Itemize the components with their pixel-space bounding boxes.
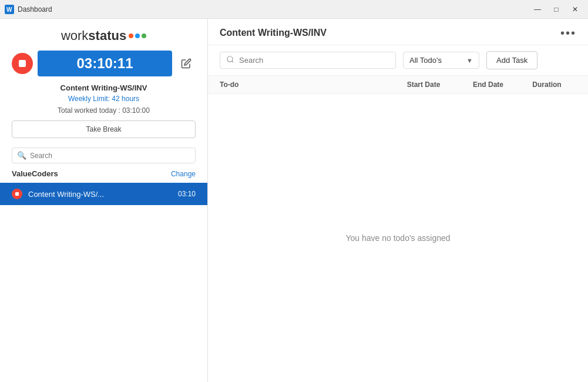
svg-text:W: W — [6, 6, 12, 13]
take-break-button[interactable]: Take Break — [12, 120, 196, 138]
close-button[interactable]: ✕ — [567, 3, 583, 16]
logo-text: workstatus — [61, 28, 126, 43]
window-title: Dashboard — [18, 5, 529, 14]
logo-dot-2 — [135, 33, 140, 38]
add-task-button[interactable]: Add Task — [486, 51, 537, 69]
minimize-button[interactable]: — — [529, 3, 546, 16]
task-running-indicator — [12, 189, 22, 199]
sidebar-search-area: 🔍 — [0, 142, 207, 169]
task-time: 03:10 — [178, 190, 196, 198]
logo-bold: status — [88, 28, 126, 43]
total-worked: Total worked today : 03:10:00 — [12, 106, 196, 115]
task-list: Content Writing-WS/... 03:10 — [0, 183, 207, 382]
column-header-start-date: Start Date — [388, 81, 459, 89]
stop-button[interactable] — [12, 53, 33, 74]
table-header: To-do Start Date End Date Duration — [208, 76, 588, 94]
toolbar: All Todo's ▼ Add Task — [208, 45, 588, 76]
task-name: Content Writing-WS/... — [28, 190, 172, 199]
filter-dropdown[interactable]: All Todo's ▼ — [403, 52, 479, 69]
svg-point-2 — [227, 56, 233, 62]
column-header-end-date: End Date — [459, 81, 518, 89]
content-title: Content Writing-WS/INV — [220, 28, 327, 38]
chevron-down-icon: ▼ — [466, 57, 473, 64]
app-container: workstatus 03:10:11 Content Wri — [0, 19, 588, 382]
main-search-icon — [226, 55, 234, 65]
empty-state: You have no todo's assigned — [208, 94, 588, 382]
main-search-input[interactable] — [239, 56, 389, 65]
logo-dots — [129, 33, 146, 38]
info-area: Content Writing-WS/INV Weekly Limit: 42 … — [0, 83, 207, 142]
org-name: ValueCoders — [12, 169, 58, 178]
logo-regular: work — [61, 28, 88, 43]
app-icon: W — [5, 5, 14, 14]
logo-dot-3 — [142, 33, 146, 38]
change-org-button[interactable]: Change — [171, 170, 196, 178]
sidebar-search-box: 🔍 — [12, 148, 196, 163]
svg-line-3 — [232, 61, 234, 63]
more-options-button[interactable]: ••• — [560, 27, 576, 39]
weekly-limit: Weekly Limit: 42 hours — [12, 95, 196, 103]
filter-selected-value: All Todo's — [409, 56, 442, 65]
task-item[interactable]: Content Writing-WS/... 03:10 — [0, 183, 207, 205]
column-header-duration: Duration — [518, 81, 576, 89]
edit-timer-button[interactable] — [177, 54, 196, 73]
logo-area: workstatus — [0, 19, 207, 51]
empty-message: You have no todo's assigned — [345, 233, 450, 243]
content-header: Content Writing-WS/INV ••• — [208, 19, 588, 45]
main-search-box — [220, 52, 396, 69]
column-header-todo: To-do — [220, 81, 388, 89]
logo-dot-1 — [129, 33, 133, 38]
sidebar-search-icon: 🔍 — [17, 151, 26, 160]
window-controls: — □ ✕ — [529, 3, 583, 16]
project-name: Content Writing-WS/INV — [12, 83, 196, 92]
stop-square-icon — [15, 192, 19, 196]
timer-display: 03:10:11 — [38, 51, 172, 76]
main-content: Content Writing-WS/INV ••• All Todo's ▼ … — [208, 19, 588, 382]
title-bar: W Dashboard — □ ✕ — [0, 0, 588, 19]
sidebar: workstatus 03:10:11 Content Wri — [0, 19, 208, 382]
stop-icon — [19, 60, 26, 67]
org-section: ValueCoders Change — [0, 169, 207, 183]
timer-area: 03:10:11 — [0, 51, 207, 83]
sidebar-search-input[interactable] — [30, 152, 190, 160]
maximize-button[interactable]: □ — [548, 3, 565, 16]
